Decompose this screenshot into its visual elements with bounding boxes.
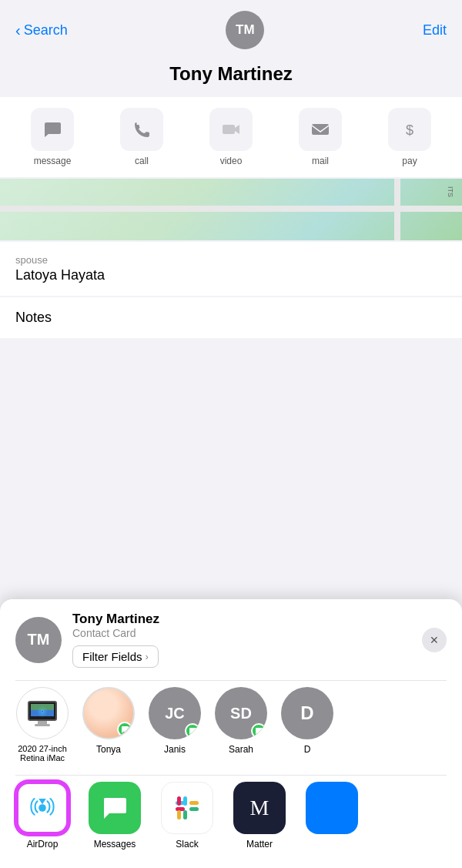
matter-m-icon: M <box>250 796 270 820</box>
tonya-avatar <box>82 687 135 739</box>
tonya-name: Tonya <box>96 744 121 755</box>
pay-icon: $ <box>388 108 431 151</box>
back-chevron-icon: ‹ <box>15 22 21 39</box>
spouse-section: spouse Latoya Hayata <box>0 242 462 296</box>
app-item-matter[interactable]: M Matter <box>229 782 290 850</box>
d-avatar: D <box>281 687 333 739</box>
mail-icon <box>299 108 342 151</box>
app-item-blue[interactable] <box>302 782 362 850</box>
app-item-airdrop[interactable]: AirDrop <box>12 782 72 850</box>
svg-rect-14 <box>189 801 199 805</box>
svg-text:$: $ <box>406 122 413 138</box>
pay-label: pay <box>402 156 417 166</box>
contact-name: Tony Martinez <box>0 60 462 97</box>
filter-fields-button[interactable]: Filter Fields › <box>72 645 159 668</box>
apps-row: AirDrop Messages <box>0 776 462 868</box>
svg-rect-16 <box>183 810 187 819</box>
header: ‹ Search TM Edit <box>0 0 462 60</box>
airdrop-app-icon <box>16 782 69 834</box>
person-item-d[interactable]: D D <box>280 687 334 762</box>
slack-label: Slack <box>176 839 198 850</box>
message-badge-tonya <box>117 722 132 737</box>
person-item-device[interactable]: 2020 27-inchRetina iMac <box>15 687 69 762</box>
map-placeholder: ITS <box>0 179 462 240</box>
message-label: message <box>34 156 72 166</box>
back-button[interactable]: ‹ Search <box>15 22 68 39</box>
svg-rect-13 <box>189 807 199 811</box>
map-label: ITS <box>447 186 454 197</box>
imac-icon <box>28 701 57 726</box>
mail-label: mail <box>312 156 329 166</box>
slack-app-icon <box>161 782 213 834</box>
map-section[interactable]: ITS <box>0 179 462 240</box>
video-icon <box>209 108 253 151</box>
video-label: video <box>220 156 243 166</box>
airdrop-label: AirDrop <box>27 839 59 850</box>
sarah-name: Sarah <box>229 744 253 755</box>
janis-avatar: JC <box>149 687 201 739</box>
share-sheet-contact-name: Tony Martinez <box>72 612 411 627</box>
spouse-value: Latoya Hayata <box>15 267 447 283</box>
person-item-tonya[interactable]: Tonya <box>82 687 136 762</box>
device-name: 2020 27-inchRetina iMac <box>18 744 67 762</box>
d-name: D <box>304 744 311 755</box>
people-row: 2020 27-inchRetina iMac Tonya JC Janis <box>0 681 462 775</box>
message-icon <box>31 108 74 151</box>
action-row: message call video mail $ pay <box>0 97 462 177</box>
matter-app-icon: M <box>233 782 286 834</box>
person-item-janis[interactable]: JC Janis <box>148 687 202 762</box>
action-call[interactable]: call <box>111 108 172 166</box>
share-sheet: TM Tony Martinez Contact Card Filter Fie… <box>0 599 462 868</box>
notes-section: Notes <box>0 297 462 338</box>
svg-rect-0 <box>223 125 235 134</box>
spouse-label: spouse <box>15 254 447 266</box>
action-pay[interactable]: $ pay <box>379 108 440 166</box>
blue-app-icon <box>306 782 358 834</box>
call-icon <box>120 108 163 151</box>
message-badge-janis <box>185 723 200 739</box>
action-video[interactable]: video <box>200 108 262 166</box>
close-icon: ✕ <box>430 634 439 646</box>
call-label: call <box>135 156 149 166</box>
action-mail[interactable]: mail <box>290 108 351 166</box>
messages-app-icon <box>89 782 141 834</box>
message-badge-sarah <box>251 723 266 739</box>
share-sheet-contact-info: Tony Martinez Contact Card Filter Fields… <box>72 612 411 668</box>
svg-point-10 <box>38 804 46 812</box>
device-avatar <box>16 687 69 739</box>
back-label: Search <box>24 22 68 39</box>
svg-rect-11 <box>176 807 185 811</box>
action-message[interactable]: message <box>22 108 83 166</box>
close-button[interactable]: ✕ <box>422 628 447 652</box>
svg-rect-17 <box>177 796 181 806</box>
contact-card-row: TM Tony Martinez Contact Card Filter Fie… <box>0 612 462 680</box>
edit-button[interactable]: Edit <box>423 22 447 39</box>
svg-rect-18 <box>177 810 181 819</box>
chevron-right-icon: › <box>146 651 149 662</box>
matter-label: Matter <box>246 839 273 850</box>
header-avatar: TM <box>226 11 264 49</box>
messages-label: Messages <box>94 839 136 850</box>
share-sheet-contact-subtitle: Contact Card <box>72 627 411 639</box>
svg-rect-15 <box>183 796 187 806</box>
sarah-avatar: SD <box>215 687 267 739</box>
share-sheet-avatar: TM <box>15 617 62 663</box>
person-item-sarah[interactable]: SD Sarah <box>214 687 268 762</box>
janis-name: Janis <box>164 744 186 755</box>
svg-rect-1 <box>312 124 329 135</box>
app-item-slack[interactable]: Slack <box>157 782 217 850</box>
app-item-messages[interactable]: Messages <box>85 782 145 850</box>
notes-label: Notes <box>15 310 447 326</box>
